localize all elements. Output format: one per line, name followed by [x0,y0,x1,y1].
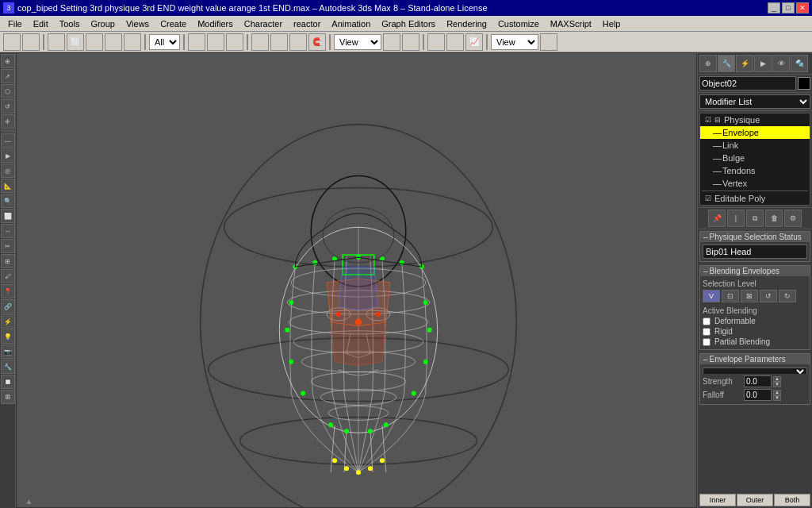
menu-modifiers[interactable]: Modifiers [193,17,238,30]
ms-editable-poly[interactable]: ☑ Editable Poly [700,192,810,205]
view-select[interactable]: View [334,34,381,50]
lt-btn-17[interactable]: 📍 [1,284,15,298]
lt-btn-4[interactable]: ↺ [1,99,15,114]
select-arrow[interactable]: ↗ [188,33,205,51]
array-button[interactable]: ⊟ [289,33,307,51]
deformable-checkbox[interactable] [703,318,710,325]
viewport[interactable]: Perspective [16,52,697,508]
menu-maxscript[interactable]: MAXScript [546,17,596,30]
modifier-list-dropdown[interactable]: Modifier List [699,94,810,109]
strength-input[interactable]: 0.0 [744,375,772,387]
lt-btn-22[interactable]: 🔧 [1,360,15,374]
physique-expand[interactable]: ⊟ [714,116,722,124]
make-unique-icon[interactable]: ⧉ [746,210,764,227]
object-name-input[interactable]: Object02 [699,76,796,90]
snap-button[interactable]: 🧲 [308,33,326,51]
lt-btn-16[interactable]: 🖊 [1,269,15,283]
rp-create-icon[interactable]: ⊕ [699,55,717,72]
menu-customize[interactable]: Customize [493,17,544,30]
select-all-button[interactable]: ⬜ [67,33,84,51]
mirror-button[interactable]: ⇔ [251,33,269,51]
rigid-checkbox[interactable] [703,328,710,336]
level-btn-5[interactable]: ↻ [779,290,796,302]
rp-motion-icon[interactable]: ▶ [754,55,772,72]
ep-section-collapse[interactable]: – [703,355,708,364]
level-btn-1[interactable]: V [703,290,720,302]
select-paint[interactable]: 🖌 [226,33,243,51]
blending-section-collapse[interactable]: – [703,267,708,275]
menu-graph-editors[interactable]: Graph Editors [377,17,440,30]
view-btn3[interactable]: ▶ [402,33,419,51]
align-button[interactable]: ⊞ [270,33,288,51]
menu-file[interactable]: File [3,17,27,30]
strength-up[interactable]: ▲ [773,376,781,382]
stack-pin-icon[interactable]: | [727,210,745,227]
rotate-button[interactable]: ↺ [105,33,122,51]
lt-btn-18[interactable]: 🔗 [1,299,15,314]
menu-reactor[interactable]: reactor [289,17,325,30]
pin-icon[interactable]: 📌 [708,210,726,227]
menu-views[interactable]: Views [121,17,154,30]
lt-btn-13[interactable]: ↔ [1,224,15,238]
rp-display-icon[interactable]: 👁 [772,55,790,72]
strength-down[interactable]: ▼ [773,382,781,387]
ms-physique[interactable]: ☑ ⊟ Physique [700,114,810,126]
inner-button[interactable]: Inner [699,494,736,506]
filter-select[interactable]: All [149,34,180,50]
falloff-input[interactable]: 0.0 [744,389,772,401]
falloff-down[interactable]: ▼ [773,395,781,401]
lt-btn-12[interactable]: ⬜ [1,209,15,223]
rp-modify-icon[interactable]: 🔧 [718,55,735,72]
lt-btn-15[interactable]: ⊞ [1,254,15,268]
menu-character[interactable]: Character [239,17,287,30]
ep-dropdown[interactable] [703,369,806,374]
material-btn[interactable]: ⚙ [446,33,464,51]
lt-btn-10[interactable]: 📐 [1,179,15,193]
redo-button[interactable]: ↪ [22,33,40,51]
ms-link[interactable]: — Link [700,139,810,152]
falloff-up[interactable]: ▲ [773,390,781,395]
menu-create[interactable]: Create [155,17,191,30]
undo-button[interactable]: ↩ [3,33,21,51]
lt-btn-11[interactable]: 🔍 [1,194,15,208]
lt-btn-21[interactable]: 📷 [1,344,15,359]
maximize-button[interactable]: □ [782,2,795,13]
move-button[interactable]: ✛ [86,33,103,51]
both-button[interactable]: Both [774,494,810,506]
ms-bulge[interactable]: — Bulge [700,152,810,164]
lt-btn-8[interactable]: ▶ [1,148,15,163]
lt-btn-7[interactable]: — [1,133,15,148]
configure-icon[interactable]: ⚙ [784,210,802,227]
menu-group[interactable]: Group [86,17,120,30]
rp-hierarchy-icon[interactable]: ⚡ [736,55,753,72]
ms-vertex[interactable]: — Vertex [700,177,810,190]
lt-btn-23[interactable]: 🔲 [1,375,15,389]
level-btn-3[interactable]: ⊠ [741,290,758,302]
select-region[interactable]: ▭ [207,33,224,51]
menu-edit[interactable]: Edit [29,17,53,30]
physique-selection-input[interactable]: Bip01 Head [703,244,807,259]
menu-animation[interactable]: Animation [327,17,375,30]
ms-envelope[interactable]: — Envelope [700,126,810,139]
select-button[interactable]: ⊕ [48,33,65,51]
lt-btn-1[interactable]: ⊕ [1,54,15,68]
view-select2[interactable]: View [491,34,538,50]
level-btn-4[interactable]: ↺ [760,290,777,302]
menu-tools[interactable]: Tools [55,17,85,30]
lt-btn-3[interactable]: ⬡ [1,84,15,98]
partial-blending-checkbox[interactable] [703,338,710,346]
outer-button[interactable]: Outer [737,494,773,506]
remove-icon[interactable]: 🗑 [765,210,783,227]
menu-help[interactable]: Help [598,17,626,30]
minimize-button[interactable]: _ [768,2,780,13]
ms-tendons[interactable]: — Tendons [700,164,810,177]
menu-rendering[interactable]: Rendering [442,17,492,30]
lt-btn-9[interactable]: ◎ [1,164,15,178]
lt-btn-14[interactable]: ✂ [1,239,15,253]
rp-utility-icon[interactable]: 🔩 [791,55,808,72]
lt-btn-2[interactable]: ↗ [1,69,15,83]
scale-button[interactable]: ⬡ [124,33,141,51]
view-btn2[interactable]: ◀ [383,33,400,51]
object-color-swatch[interactable] [798,77,810,90]
physique-section-collapse[interactable]: – [703,233,708,241]
